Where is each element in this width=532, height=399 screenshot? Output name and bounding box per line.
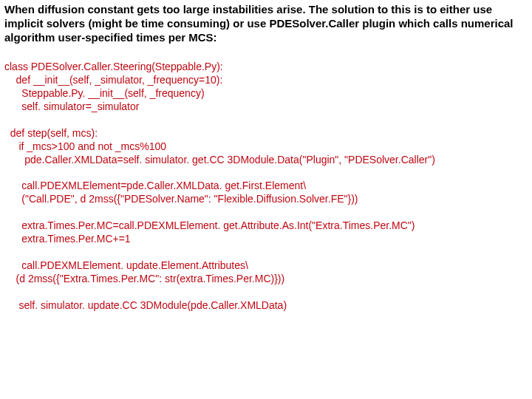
intro-paragraph: When diffusion constant gets too large i… — [0, 0, 532, 44]
code-block: class PDESolver.Caller.Steering(Steppabl… — [0, 44, 532, 312]
